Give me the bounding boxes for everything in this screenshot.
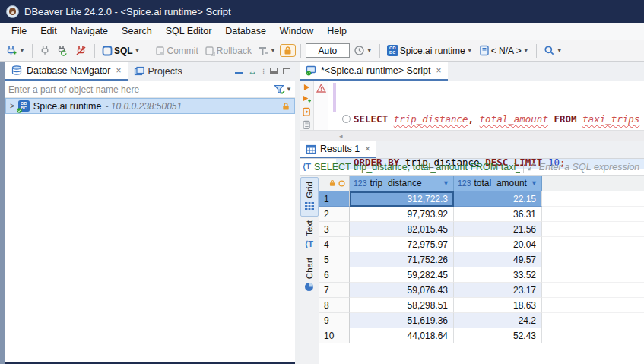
commit-button[interactable]: Commit	[153, 44, 201, 58]
scroll-left-icon[interactable]: ◂	[339, 132, 343, 140]
cell-trip-distance[interactable]: 58,298.51	[350, 298, 454, 313]
cell-trip-distance[interactable]: 59,076.43	[350, 283, 454, 298]
search-button[interactable]: ▼	[541, 43, 565, 58]
cell-trip-distance[interactable]: 72,975.97	[350, 237, 454, 252]
row-number[interactable]: 3	[319, 222, 350, 237]
active-database-selector[interactable]: < N/A > ▼	[477, 43, 531, 58]
cell-trip-distance[interactable]: 97,793.92	[350, 207, 454, 222]
execute-script-icon[interactable]	[302, 107, 312, 117]
cell-trip-distance[interactable]: 44,018.64	[350, 328, 454, 343]
menu-sql-editor[interactable]: SQL Editor	[159, 24, 219, 39]
reconnect-button[interactable]	[55, 43, 71, 59]
menu-search[interactable]: Search	[115, 24, 159, 39]
close-icon[interactable]: ×	[116, 65, 121, 76]
cell-trip-distance[interactable]: 51,619.36	[350, 313, 454, 328]
row-number[interactable]: 8	[319, 298, 350, 313]
view-menu-icon[interactable]: ⁞	[262, 68, 265, 75]
sort-filter-icon[interactable]: ▼	[443, 179, 449, 187]
view-tab-text[interactable]: Text ⟨T	[300, 217, 319, 254]
connect-button[interactable]	[37, 43, 53, 58]
cell-total-amount[interactable]: 18.63	[454, 298, 542, 313]
chevron-down-icon[interactable]: ▼	[286, 86, 292, 93]
row-number[interactable]: 6	[319, 267, 350, 283]
sql-code[interactable]: −SELECT trip_distance, total_amount FROM…	[336, 81, 644, 130]
table-row[interactable]: 5 71,752.26 49.57	[319, 252, 644, 267]
link-editor-icon[interactable]: ↔	[248, 67, 257, 76]
row-number[interactable]: 1	[319, 191, 350, 207]
table-row[interactable]: 4 72,975.97 20.04	[319, 237, 644, 252]
table-row[interactable]: 7 59,076.43 23.17	[319, 283, 644, 298]
row-number[interactable]: 10	[319, 328, 350, 343]
table-row[interactable]: 10 44,018.64 52.43	[319, 328, 644, 343]
expand-filter-icon[interactable]	[527, 162, 536, 172]
minimize-view-icon[interactable]	[270, 68, 278, 74]
row-number[interactable]: 7	[319, 283, 350, 298]
cell-total-amount[interactable]: 21.56	[454, 222, 542, 237]
collapse-all-icon[interactable]	[235, 68, 243, 74]
new-connection-button[interactable]: ▼	[3, 43, 27, 59]
column-header-trip-distance[interactable]: 123 trip_distance ▼	[350, 176, 454, 191]
tab-database-navigator[interactable]: Database Navigator ×	[5, 62, 128, 81]
menu-database[interactable]: Database	[218, 24, 273, 39]
commit-mode-combo[interactable]: Auto	[306, 43, 350, 58]
row-number[interactable]: 9	[319, 313, 350, 328]
active-connection-selector[interactable]: ODBC Spice.ai runtime ▼	[385, 43, 475, 58]
fold-marker-icon[interactable]: −	[342, 115, 351, 123]
autocommit-lock-button[interactable]	[280, 44, 296, 57]
table-row[interactable]: 8 58,298.51 18.63	[319, 298, 644, 313]
transaction-mode-button[interactable]: ▼	[255, 44, 278, 58]
close-icon[interactable]: ×	[365, 144, 370, 154]
filter-funnel-icon[interactable]	[274, 84, 286, 95]
cell-total-amount[interactable]: 49.57	[454, 252, 542, 267]
table-row[interactable]: 2 97,793.92 36.31	[319, 207, 644, 222]
menu-navigate[interactable]: Navigate	[64, 24, 115, 39]
cell-total-amount[interactable]: 36.31	[454, 207, 542, 222]
column-name: total_amount	[474, 178, 528, 188]
execute-statement-icon[interactable]	[303, 84, 311, 91]
menu-window[interactable]: Window	[273, 24, 320, 39]
cell-total-amount[interactable]: 22.15	[454, 191, 542, 207]
transaction-log-button[interactable]: ▼	[351, 43, 375, 58]
table-row[interactable]: 9 51,619.36 24.2	[319, 313, 644, 328]
close-icon[interactable]: ×	[436, 65, 442, 76]
filter-expression-placeholder[interactable]: Enter a SQL expression to	[539, 162, 641, 173]
connection-tree-item[interactable]: > ODBC Spice.ai runtime - 10.0.0.238:500…	[5, 98, 295, 114]
view-tab-grid[interactable]: Grid	[300, 177, 319, 217]
cell-trip-distance[interactable]: 71,752.26	[350, 252, 454, 267]
table-row[interactable]: 6 59,282.45 33.52	[319, 267, 644, 283]
menu-file[interactable]: File	[5, 24, 33, 39]
maximize-view-icon[interactable]	[283, 68, 290, 74]
row-number[interactable]: 5	[319, 252, 350, 267]
editor-horizontal-scrollbar[interactable]: ◂	[300, 130, 644, 141]
cell-total-amount[interactable]: 33.52	[454, 267, 542, 283]
cell-trip-distance[interactable]: 82,015.45	[350, 222, 454, 237]
menu-edit[interactable]: Edit	[33, 24, 64, 39]
results-filter-sql[interactable]: SELECT trip_distance, total_amount FROM …	[314, 162, 520, 173]
sql-editor-button[interactable]: SQL ▼	[100, 44, 143, 58]
table-row[interactable]: 1 312,722.3 22.15	[319, 191, 644, 207]
cell-total-amount[interactable]: 24.2	[454, 313, 542, 328]
row-number[interactable]: 2	[319, 207, 350, 222]
grid-corner-cell[interactable]	[319, 176, 350, 191]
object-filter-input[interactable]	[8, 84, 274, 95]
cell-total-amount[interactable]: 20.04	[454, 237, 542, 252]
rollback-button[interactable]: Rollback	[202, 44, 254, 58]
tab-sql-script[interactable]: *<Spice.ai runtime> Script ×	[300, 62, 448, 81]
cell-total-amount[interactable]: 52.43	[454, 328, 542, 343]
expander-icon[interactable]: >	[10, 102, 14, 110]
row-number[interactable]: 4	[319, 237, 350, 252]
disconnect-button[interactable]	[73, 43, 90, 59]
menu-help[interactable]: Help	[320, 24, 354, 39]
view-tab-chart[interactable]: Chart	[300, 254, 319, 296]
sort-filter-icon[interactable]: ▼	[531, 179, 538, 187]
table-row[interactable]: 3 82,015.45 21.56	[319, 222, 644, 237]
column-header-total-amount[interactable]: 123 total_amount ▼	[454, 176, 542, 191]
explain-plan-icon[interactable]	[302, 120, 312, 130]
expression-filter-icon[interactable]: ⟨T	[303, 162, 311, 172]
cell-trip-distance[interactable]: 59,282.45	[350, 267, 454, 283]
execute-new-tab-icon[interactable]	[302, 95, 312, 103]
cell-trip-distance[interactable]: 312,722.3	[350, 191, 454, 207]
tab-projects[interactable]: Projects	[128, 62, 189, 81]
cell-total-amount[interactable]: 23.17	[454, 283, 542, 298]
tab-results-1[interactable]: Results 1 ×	[300, 141, 376, 158]
